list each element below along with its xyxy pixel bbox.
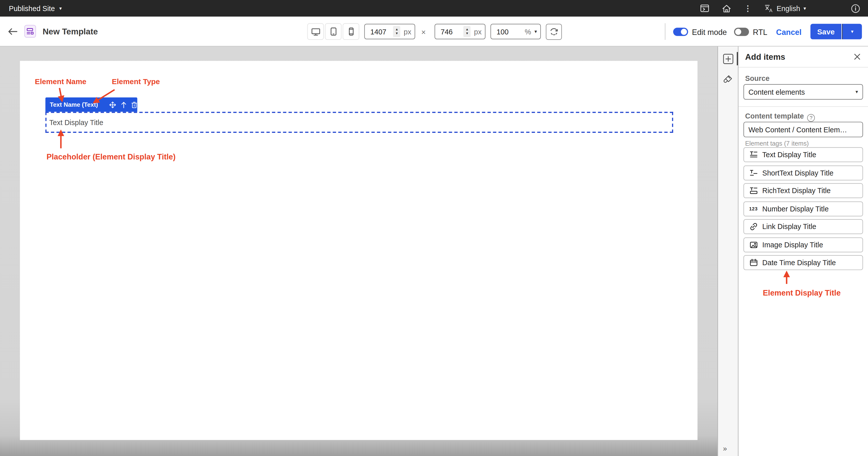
annotation-element-name: Element Name bbox=[35, 77, 86, 86]
language-label: English bbox=[777, 4, 800, 12]
add-items-rail-button[interactable] bbox=[722, 53, 733, 64]
rtl-label: RTL bbox=[753, 28, 768, 36]
toggle-knob bbox=[735, 28, 742, 35]
panel-rail: » bbox=[717, 46, 738, 456]
width-value: 1407 bbox=[370, 27, 393, 36]
element-tags-label: Element tags (7 items) bbox=[745, 140, 809, 146]
rtl-toggle[interactable] bbox=[734, 28, 749, 36]
help-icon[interactable]: ? bbox=[807, 114, 815, 122]
link-icon bbox=[749, 223, 758, 231]
applications-menu-icon[interactable] bbox=[700, 4, 709, 12]
top-bar: Published Site ▾ ⋮ A English ▾ bbox=[0, 0, 868, 17]
element-placeholder-text: Text Display Title bbox=[49, 119, 103, 127]
text-icon bbox=[749, 151, 758, 159]
height-value: 746 bbox=[440, 27, 463, 36]
site-selector-dropdown[interactable]: Published Site ▾ bbox=[9, 4, 62, 12]
zoom-value: 100 bbox=[497, 27, 521, 36]
element-tag-shorttext[interactable]: ShortText Display Title bbox=[743, 165, 863, 180]
width-unit: px bbox=[404, 27, 411, 36]
reset-size-button[interactable] bbox=[546, 24, 562, 40]
language-selector[interactable]: A English ▾ bbox=[764, 4, 806, 12]
element-header-label: Text Name (Text) bbox=[50, 101, 98, 108]
zoom-select[interactable]: 100 % ▾ bbox=[491, 24, 541, 39]
back-button[interactable] bbox=[8, 27, 18, 35]
chevron-down-icon: ▾ bbox=[856, 89, 858, 95]
info-icon[interactable] bbox=[851, 3, 860, 13]
template-editor-window: Published Site ▾ ⋮ A English ▾ bbox=[0, 0, 868, 456]
toolbar-divider bbox=[665, 23, 665, 40]
add-items-panel: Add items Source Content elements ▾ Cont… bbox=[738, 46, 868, 456]
source-value: Content elements bbox=[748, 88, 852, 96]
save-button[interactable]: Save bbox=[810, 24, 841, 39]
translate-icon: A bbox=[764, 4, 773, 12]
dimension-separator: × bbox=[421, 28, 426, 36]
height-unit: px bbox=[474, 27, 482, 36]
kebab-menu-icon[interactable]: ⋮ bbox=[744, 4, 752, 12]
home-icon[interactable] bbox=[722, 4, 731, 12]
chevron-down-icon: ▾ bbox=[803, 6, 806, 11]
source-select[interactable]: Content elements ▾ bbox=[743, 84, 863, 100]
element-tag-link[interactable]: Link Display Title bbox=[743, 219, 863, 234]
width-stepper[interactable]: ▲ ▼ bbox=[393, 26, 400, 37]
content-template-label: Content template? bbox=[745, 112, 815, 122]
height-stepper[interactable]: ▲ ▼ bbox=[463, 26, 471, 37]
editor-toolbar: New Template 1407 ▲ ▼ px × 746 ▲ ▼ bbox=[0, 17, 868, 46]
zoom-unit: % bbox=[525, 27, 531, 36]
chevron-down-icon: ▾ bbox=[59, 6, 62, 11]
content-template-value: Web Content / Content Elem… bbox=[748, 125, 858, 134]
chevron-down-icon: ▾ bbox=[534, 29, 537, 34]
datetime-icon bbox=[749, 258, 758, 267]
element-tag-number[interactable]: 123 Number Display Title bbox=[743, 201, 863, 216]
annotation-placeholder: Placeholder (Element Display Title) bbox=[46, 152, 176, 161]
styles-rail-button[interactable] bbox=[722, 74, 733, 85]
page-title: New Template bbox=[43, 27, 98, 36]
stepper-up-icon: ▲ bbox=[395, 28, 398, 31]
image-icon bbox=[749, 240, 758, 249]
toggle-knob bbox=[680, 28, 688, 35]
element-tag-richtext[interactable]: RichText Display Title bbox=[743, 183, 863, 198]
template-page[interactable]: Text Name (Text) Text Display Title Elem… bbox=[20, 61, 698, 440]
tablet-view-button[interactable] bbox=[325, 23, 342, 40]
edit-mode-toggle[interactable] bbox=[673, 28, 688, 36]
shorttext-icon bbox=[749, 168, 758, 177]
top-bar-actions: ⋮ A English ▾ bbox=[700, 3, 860, 13]
stepper-down-icon: ▼ bbox=[395, 32, 398, 35]
height-input[interactable]: 746 ▲ ▼ px bbox=[434, 24, 486, 39]
active-panel-indicator bbox=[737, 52, 738, 65]
width-input[interactable]: 1407 ▲ ▼ px bbox=[364, 24, 415, 39]
edit-mode-label: Edit mode bbox=[692, 28, 727, 36]
delete-icon[interactable] bbox=[131, 101, 137, 108]
move-up-icon[interactable] bbox=[121, 101, 127, 108]
close-icon[interactable] bbox=[854, 54, 860, 60]
annotation-element-type: Element Type bbox=[112, 77, 160, 86]
text-element-dropzone[interactable]: Text Display Title bbox=[45, 112, 673, 133]
save-dropdown-button[interactable]: ▾ bbox=[842, 24, 862, 39]
richtext-icon bbox=[749, 187, 758, 195]
element-tag-datetime[interactable]: Date Time Display Title bbox=[743, 255, 863, 270]
stepper-up-icon: ▲ bbox=[465, 28, 469, 31]
content-template-input[interactable]: Web Content / Content Elem… bbox=[743, 122, 863, 137]
annotation-element-display-title: Element Display Title bbox=[763, 288, 841, 297]
move-icon[interactable] bbox=[109, 101, 116, 108]
collapse-panel-button[interactable]: » bbox=[723, 445, 727, 453]
mobile-view-button[interactable] bbox=[343, 23, 359, 40]
number-icon: 123 bbox=[749, 206, 758, 211]
desktop-view-button[interactable] bbox=[307, 23, 324, 40]
source-label: Source bbox=[745, 74, 770, 83]
panel-title: Add items bbox=[745, 52, 785, 61]
svg-text:A: A bbox=[769, 7, 772, 12]
site-selector-label: Published Site bbox=[9, 4, 55, 12]
chevron-down-icon: ▾ bbox=[851, 29, 854, 34]
element-tag-image[interactable]: Image Display Title bbox=[743, 237, 863, 252]
cancel-button[interactable]: Cancel bbox=[776, 28, 801, 36]
selected-element-header[interactable]: Text Name (Text) bbox=[45, 97, 137, 112]
panel-divider bbox=[738, 106, 868, 107]
element-tag-text[interactable]: Text Display Title bbox=[743, 147, 863, 162]
stepper-down-icon: ▼ bbox=[465, 32, 469, 35]
template-type-icon bbox=[24, 25, 36, 38]
